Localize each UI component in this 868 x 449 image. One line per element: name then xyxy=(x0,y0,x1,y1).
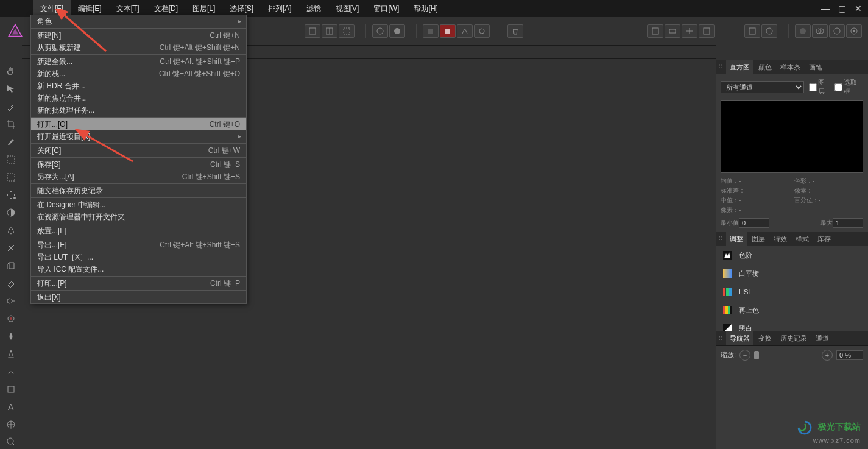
panel-grip-icon[interactable]: ⠿ xyxy=(718,335,722,342)
tool-dodge[interactable] xyxy=(2,294,19,308)
menuitem[interactable]: 打开最近项目[R] xyxy=(31,130,246,143)
menu-10[interactable]: 帮助[H] xyxy=(406,0,445,17)
tab-histogram[interactable]: 直方图 xyxy=(726,60,753,74)
toolbar-btn-7[interactable] xyxy=(440,24,456,38)
tool-text[interactable]: A xyxy=(2,400,19,414)
menuitem[interactable]: 在 Designer 中编辑... xyxy=(31,199,246,211)
toolbar-btn-9[interactable] xyxy=(474,24,490,38)
tool-healing[interactable] xyxy=(2,241,19,255)
toolbar-btn-a3[interactable] xyxy=(682,24,697,38)
tab-channels[interactable]: 通道 xyxy=(812,331,833,345)
toolbar-btn-a1[interactable] xyxy=(647,24,663,38)
menuitem[interactable]: 导入 ICC 配置文件... xyxy=(31,263,246,275)
tool-crop[interactable] xyxy=(2,118,19,132)
tool-gradient[interactable] xyxy=(2,206,19,220)
menuitem[interactable]: 导出 LUT［X］... xyxy=(31,251,246,263)
tool-colorpicker[interactable] xyxy=(2,100,19,114)
tool-clone[interactable] xyxy=(2,258,19,272)
min-input[interactable] xyxy=(739,218,769,228)
tool-redeye[interactable] xyxy=(2,311,19,325)
menuitem[interactable]: 新的焦点合并... xyxy=(31,92,246,104)
tool-selection[interactable] xyxy=(2,153,19,167)
tool-retouch[interactable] xyxy=(2,364,19,378)
tool-fill[interactable] xyxy=(2,188,19,202)
menuitem[interactable]: 随文档保存历史记录 xyxy=(31,185,246,197)
menu-6[interactable]: 排列[A] xyxy=(261,0,299,17)
menuitem[interactable]: 新 HDR 合并... xyxy=(31,80,246,92)
window-maximize[interactable]: ▢ xyxy=(838,4,846,13)
menuitem[interactable]: 角色 xyxy=(31,15,246,27)
tab-transform[interactable]: 变换 xyxy=(755,331,775,345)
menu-9[interactable]: 窗口[W] xyxy=(366,0,406,17)
menuitem[interactable]: 从剪贴板新建Ctrl 键+Alt 键+Shift 键+N xyxy=(31,41,246,54)
zoom-out-button[interactable]: − xyxy=(739,350,750,361)
menuitem[interactable]: 关闭[C]Ctrl 键+W xyxy=(31,144,246,157)
tool-zoom[interactable] xyxy=(2,435,19,449)
menuitem[interactable]: 在资源管理器中打开文件夹 xyxy=(31,211,246,223)
tab-adjust[interactable]: 调整 xyxy=(726,232,747,246)
toolbar-btn-a4[interactable] xyxy=(699,24,715,38)
adjust-item-levels[interactable]: 色阶 xyxy=(716,246,868,264)
menuitem[interactable]: 打开...[O]Ctrl 键+O xyxy=(31,118,246,130)
tool-hand[interactable] xyxy=(2,65,19,79)
check-selection[interactable]: 选取框 xyxy=(834,78,863,96)
toolbar-btn-6[interactable] xyxy=(423,24,439,38)
tool-blur[interactable] xyxy=(2,329,19,343)
menu-7[interactable]: 滤镜 xyxy=(299,0,328,17)
toolbar-btn-c1[interactable] xyxy=(795,24,811,38)
menuitem[interactable]: 新建[N]Ctrl 键+N xyxy=(31,29,246,41)
adjust-item-hsl[interactable]: HSL xyxy=(716,283,868,301)
panel-grip-icon[interactable]: ⠿ xyxy=(718,235,722,242)
tab-styles[interactable]: 样式 xyxy=(792,232,813,246)
menuitem[interactable]: 新的批处理任务... xyxy=(31,104,246,116)
zoom-value-input[interactable] xyxy=(836,350,863,360)
tool-move[interactable] xyxy=(2,82,19,96)
menuitem[interactable]: 导出...[E]Ctrl 键+Alt 键+Shift 键+S xyxy=(31,239,246,251)
toolbar-btn-c3[interactable] xyxy=(829,24,845,38)
window-close[interactable]: ✕ xyxy=(855,4,862,13)
toolbar-btn-8[interactable] xyxy=(457,24,473,38)
menuitem[interactable]: 另存为...[A]Ctrl 键+Shift 键+S xyxy=(31,171,246,183)
tool-eraser[interactable] xyxy=(2,276,19,290)
panel-grip-icon[interactable]: ⠿ xyxy=(718,63,722,70)
tab-history[interactable]: 历史记录 xyxy=(777,331,811,345)
tool-shape[interactable] xyxy=(2,382,19,396)
adjust-item-recolor[interactable]: 再上色 xyxy=(716,301,868,319)
tool-marquee[interactable] xyxy=(2,171,19,185)
tool-mesh[interactable] xyxy=(2,417,19,431)
check-layer[interactable]: 图层 xyxy=(809,78,831,96)
toolbar-btn-5[interactable] xyxy=(389,24,405,38)
tab-stock[interactable]: 库存 xyxy=(814,232,834,246)
menuitem[interactable]: 打印...[P]Ctrl 键+P xyxy=(31,277,246,289)
toolbar-btn-c4[interactable] xyxy=(846,24,862,38)
adjust-item-wb[interactable]: 白平衡 xyxy=(716,264,868,283)
tool-sharpen[interactable] xyxy=(2,347,19,361)
menu-8[interactable]: 视图[V] xyxy=(328,0,367,17)
menuitem[interactable]: 退出[X] xyxy=(31,291,246,303)
menuitem[interactable]: 放置...[L] xyxy=(31,225,246,237)
toolbar-btn-4[interactable] xyxy=(372,24,388,38)
menuitem[interactable]: 新的栈...Ctrl 键+Alt 键+Shift 键+O xyxy=(31,68,246,80)
channel-select[interactable]: 所有通道 xyxy=(721,81,804,93)
toolbar-btn-c2[interactable] xyxy=(812,24,828,38)
tab-effects[interactable]: 特效 xyxy=(770,232,791,246)
tab-color[interactable]: 颜色 xyxy=(755,60,775,74)
max-input[interactable] xyxy=(833,218,863,228)
tool-brush[interactable] xyxy=(2,135,19,149)
tab-layers[interactable]: 图层 xyxy=(748,232,769,246)
toolbar-btn-trash[interactable] xyxy=(507,24,523,38)
tool-pen[interactable] xyxy=(2,224,19,238)
menuitem[interactable]: 保存[S]Ctrl 键+S xyxy=(31,158,246,171)
tab-navigator[interactable]: 导航器 xyxy=(726,331,753,345)
toolbar-btn-1[interactable] xyxy=(305,24,320,38)
toolbar-btn-b1[interactable] xyxy=(744,24,760,38)
zoom-in-button[interactable]: + xyxy=(822,350,833,361)
toolbar-btn-b2[interactable] xyxy=(761,24,777,38)
window-minimize[interactable]: — xyxy=(821,4,830,13)
tab-brushes[interactable]: 画笔 xyxy=(805,60,826,74)
adjust-item-bw[interactable]: 黑白 xyxy=(716,319,868,331)
toolbar-btn-2[interactable] xyxy=(322,24,337,38)
toolbar-btn-a2[interactable] xyxy=(665,24,680,38)
tab-swatches[interactable]: 样本条 xyxy=(777,60,804,74)
menuitem[interactable]: 新建全景...Ctrl 键+Alt 键+Shift 键+P xyxy=(31,55,246,68)
